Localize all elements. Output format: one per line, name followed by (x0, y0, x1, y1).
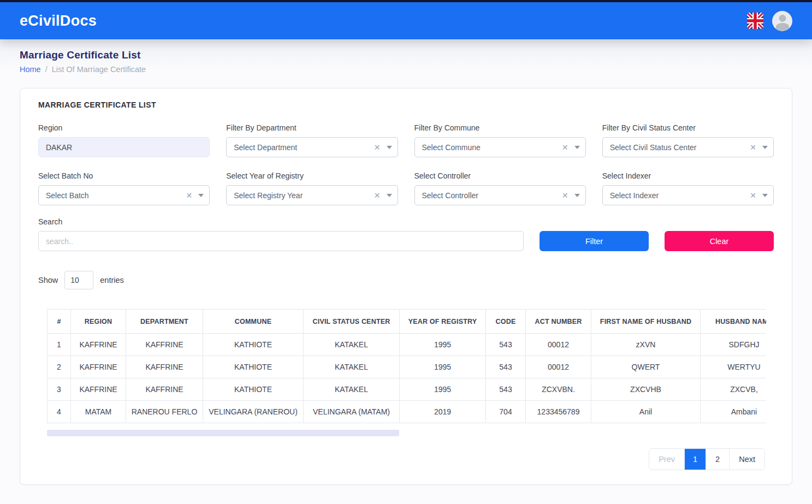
table-row: 3KAFFRINEKAFFRINEKATHIOTEKATAKEL1995543Z… (48, 378, 767, 401)
field-commune: Filter By Commune Select Commune ✕ (414, 123, 586, 157)
clear-x-icon[interactable]: ✕ (184, 191, 198, 200)
marriage-certificate-card: MARRIAGE CERTIFICATE LIST Region Filter … (20, 88, 792, 485)
chevron-down-icon[interactable] (198, 194, 204, 197)
chevron-down-icon[interactable] (574, 146, 580, 149)
entries-count-input[interactable] (64, 271, 93, 289)
table-cell: ZXCVB, (701, 378, 767, 401)
table-cell: KAFFRINE (71, 378, 126, 401)
clear-x-icon[interactable]: ✕ (372, 143, 386, 152)
card-title: MARRIAGE CERTIFICATE LIST (38, 100, 774, 109)
registry-year-select[interactable]: Select Registry Year ✕ (226, 185, 398, 205)
clear-button[interactable]: Clear (665, 231, 774, 251)
breadcrumb-home-link[interactable]: Home (20, 65, 41, 74)
pagination: Prev 1 2 Next (649, 448, 765, 470)
table-cell: 1 (48, 334, 71, 356)
filter-grid: Region Filter By Department Select Depar… (38, 123, 774, 205)
table-cell: VELINGARA (MATAM) (304, 401, 400, 423)
pagination-page-1[interactable]: 1 (684, 449, 706, 470)
indexer-select-value: Select Indexer (610, 191, 748, 200)
civil-status-center-select[interactable]: Select Civil Status Center ✕ (602, 137, 774, 157)
batch-label: Select Batch No (38, 171, 210, 180)
page-title: Marriage Certificate List (20, 49, 792, 61)
table-cell: 543 (486, 356, 526, 378)
table-cell: 704 (486, 401, 526, 423)
pagination-prev[interactable]: Prev (649, 449, 684, 470)
table-cell: KAFFRINE (126, 378, 203, 401)
registry-year-label: Select Year of Registry (226, 171, 398, 180)
civil-status-center-label: Filter By Civil Status Center (602, 123, 774, 132)
language-flag-icon[interactable] (747, 13, 763, 29)
search-row: Search Filter Clear (38, 217, 774, 251)
table-cell: VELINGARA (RANEROU) (203, 401, 304, 423)
table-header-row: #REGIONDEPARTMENTCOMMUNECIVIL STATUS CEN… (48, 310, 767, 334)
table-cell: WERTYU (701, 356, 767, 378)
chevron-down-icon[interactable] (387, 194, 392, 197)
show-label: Show (38, 276, 58, 284)
chevron-down-icon[interactable] (762, 194, 768, 197)
column-header: CODE (486, 310, 526, 334)
clear-x-icon[interactable]: ✕ (372, 191, 386, 200)
avatar-person-icon (779, 15, 786, 22)
chevron-down-icon[interactable] (574, 194, 580, 197)
clear-x-icon[interactable]: ✕ (560, 143, 573, 152)
indexer-select[interactable]: Select Indexer ✕ (602, 185, 774, 205)
search-label: Search (38, 217, 524, 226)
controller-select-value: Select Controller (422, 191, 560, 200)
registry-year-select-value: Select Registry Year (234, 191, 372, 200)
column-header: # (48, 310, 71, 334)
pagination-page-2[interactable]: 2 (706, 449, 729, 470)
commune-label: Filter By Commune (414, 123, 586, 132)
field-department: Filter By Department Select Department ✕ (226, 123, 398, 157)
field-controller: Select Controller Select Controller ✕ (414, 171, 586, 205)
field-batch: Select Batch No Select Batch ✕ (38, 171, 210, 205)
clear-x-icon[interactable]: ✕ (560, 191, 573, 200)
controller-select[interactable]: Select Controller ✕ (414, 185, 586, 205)
region-label: Region (38, 123, 210, 132)
column-header: HUSBAND NAME (701, 310, 767, 334)
search-input[interactable] (38, 231, 524, 251)
table-cell: 1233456789 (526, 401, 591, 423)
table-cell: KAFFRINE (126, 356, 203, 378)
clear-x-icon[interactable]: ✕ (748, 191, 761, 200)
table-cell: KATAKEL (304, 334, 400, 356)
avatar-person-icon (776, 23, 789, 31)
scrollbar-thumb[interactable] (47, 430, 399, 436)
breadcrumb-current: List Of Marriage Certificate (52, 65, 146, 74)
column-header: YEAR OF REGISTRY (400, 310, 486, 334)
table-cell: 2019 (400, 401, 486, 423)
table-cell: 543 (486, 378, 526, 401)
column-header: ACT NUMBER (526, 310, 591, 334)
breadcrumb: Home / List Of Marriage Certificate (20, 65, 792, 74)
entries-label: entries (100, 276, 124, 284)
field-civil-status-center: Filter By Civil Status Center Select Civ… (602, 123, 774, 157)
table-cell: Anil (591, 401, 701, 423)
page-body: Marriage Certificate List Home / List Of… (0, 39, 812, 504)
column-header: COMMUNE (203, 310, 304, 334)
clear-x-icon[interactable]: ✕ (748, 143, 761, 152)
column-header: DEPARTMENT (126, 310, 203, 334)
table-cell: KATHIOTE (203, 378, 304, 401)
batch-select[interactable]: Select Batch ✕ (38, 185, 210, 205)
pagination-next[interactable]: Next (729, 449, 764, 470)
indexer-label: Select Indexer (602, 171, 774, 180)
field-registry-year: Select Year of Registry Select Registry … (226, 171, 398, 205)
chevron-down-icon[interactable] (387, 146, 392, 149)
table-cell: KATAKEL (304, 378, 400, 401)
commune-select-value: Select Commune (422, 143, 560, 152)
region-input[interactable] (38, 137, 210, 157)
column-header: CIVIL STATUS CENTER (304, 310, 400, 334)
table-cell: 1995 (400, 378, 486, 401)
batch-select-value: Select Batch (46, 191, 184, 200)
table-row: 2KAFFRINEKAFFRINEKATHIOTEKATAKEL19955430… (48, 356, 767, 378)
department-select[interactable]: Select Department ✕ (226, 137, 398, 157)
breadcrumb-separator: / (45, 65, 48, 74)
table-cell: Ambani (701, 401, 767, 423)
field-region: Region (38, 123, 210, 157)
user-avatar[interactable] (772, 11, 792, 31)
table-cell: 3 (48, 378, 71, 401)
filter-button[interactable]: Filter (540, 231, 649, 251)
column-header: FIRST NAME OF HUSBAND (591, 310, 701, 334)
table-cell: zXVN (591, 334, 701, 356)
commune-select[interactable]: Select Commune ✕ (414, 137, 586, 157)
chevron-down-icon[interactable] (762, 146, 768, 149)
